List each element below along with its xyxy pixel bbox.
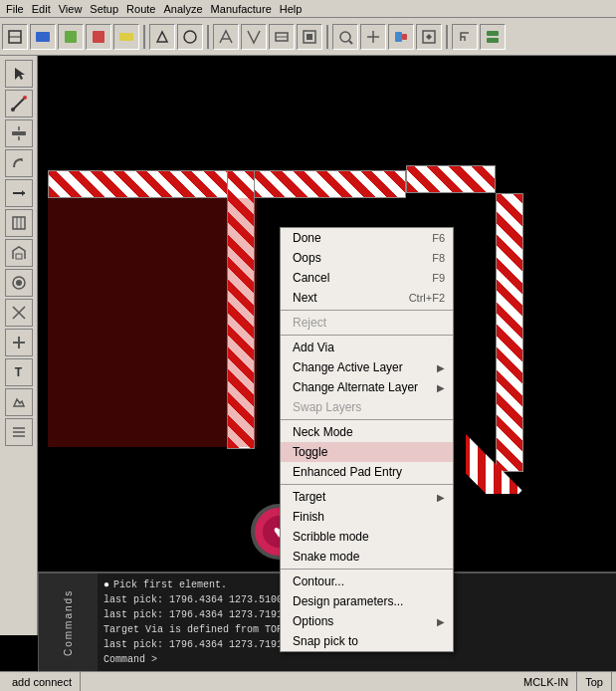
sidebar-btn-12[interactable] (5, 418, 33, 446)
svg-rect-15 (402, 34, 407, 40)
trace-corner-br (466, 434, 525, 494)
trace-right-vertical (496, 193, 523, 472)
menu-item-change-alternate[interactable]: Change Alternate Layer ▶ (281, 377, 453, 397)
menu-item-oops-shortcut: F8 (432, 252, 445, 264)
menu-view[interactable]: View (55, 3, 87, 15)
sidebar-btn-6[interactable] (5, 209, 33, 237)
sidebar-btn-text[interactable]: T (5, 358, 33, 386)
svg-point-20 (11, 108, 15, 112)
menu-item-done-label: Done (293, 231, 321, 245)
menu-item-snake[interactable]: Snake mode (281, 547, 453, 567)
svg-rect-2 (36, 32, 50, 42)
svg-rect-17 (487, 31, 499, 36)
menu-item-cancel-label: Cancel (293, 271, 329, 285)
sidebar-btn-9[interactable] (5, 299, 33, 327)
menu-item-add-via[interactable]: Add Via (281, 338, 453, 357)
menu-route[interactable]: Route (122, 3, 159, 15)
toolbar-btn-3[interactable] (58, 24, 84, 50)
menu-manufacture[interactable]: Manufacture (207, 3, 276, 15)
menu-edit[interactable]: Edit (28, 3, 55, 15)
menu-setup[interactable]: Setup (86, 3, 122, 15)
sidebar-btn-4[interactable] (5, 149, 33, 177)
sidebar-btn-7[interactable] (5, 239, 33, 267)
menu-bar[interactable]: File Edit View Setup Route Analyze Manuf… (0, 0, 616, 18)
menu-item-target[interactable]: Target ▶ (281, 487, 453, 507)
sidebar-btn-select[interactable] (5, 60, 33, 88)
svg-line-13 (349, 41, 352, 44)
toolbar-separator-4 (446, 25, 448, 49)
menu-item-change-active[interactable]: Change Active Layer ▶ (281, 357, 453, 377)
menu-item-enhanced-pad-label: Enhanced Pad Entry (293, 465, 402, 479)
menu-separator-1 (281, 310, 453, 311)
menu-item-contour-label: Contour... (293, 575, 344, 588)
toolbar-btn-11[interactable] (297, 24, 322, 50)
toolbar-btn-5[interactable] (113, 24, 139, 50)
toolbar-btn-14[interactable] (388, 24, 414, 50)
svg-rect-3 (65, 31, 77, 43)
menu-item-done[interactable]: Done F6 (281, 228, 453, 248)
toolbar-btn-9[interactable] (241, 24, 267, 50)
menu-item-toggle[interactable]: Toggle (281, 442, 453, 462)
menu-item-snake-label: Snake mode (293, 550, 359, 564)
toolbar-btn-8[interactable] (213, 24, 239, 50)
toolbar-separator-1 (143, 25, 145, 49)
menu-item-finish[interactable]: Finish (281, 507, 453, 527)
menu-item-snap-pick-label: Snap pick to (293, 634, 358, 648)
menu-item-reject-label: Reject (293, 316, 326, 330)
sidebar-btn-route[interactable] (5, 90, 33, 117)
pcb-fill-left (48, 198, 257, 447)
sidebar-btn-11[interactable] (5, 388, 33, 416)
svg-rect-18 (487, 38, 499, 43)
toolbar-btn-1[interactable] (2, 24, 28, 50)
menu-item-scribble[interactable]: Scribble mode (281, 527, 453, 547)
sidebar-btn-5[interactable] (5, 179, 33, 207)
menu-item-snap-pick[interactable]: Snap pick to (281, 631, 453, 651)
menu-item-next[interactable]: Next Ctrl+F2 (281, 288, 453, 308)
menu-item-swap-layers: Swap Layers (281, 397, 453, 417)
menu-item-add-via-label: Add Via (293, 341, 334, 354)
toolbar-btn-2[interactable] (30, 24, 56, 50)
context-menu: Done F6 Oops F8 Cancel F9 Next Ctrl+F2 R… (280, 227, 454, 652)
toolbar-btn-10[interactable] (269, 24, 295, 50)
svg-rect-5 (119, 33, 133, 41)
toolbar-btn-12[interactable] (332, 24, 358, 50)
menu-item-change-active-label: Change Active Layer (293, 360, 403, 374)
menu-item-enhanced-pad[interactable]: Enhanced Pad Entry (281, 462, 453, 482)
toolbar-btn-16[interactable] (452, 24, 478, 50)
toolbar-btn-7[interactable] (177, 24, 203, 50)
menu-help[interactable]: Help (276, 3, 307, 15)
menu-item-options[interactable]: Options ▶ (281, 611, 453, 631)
trace-diagonal-tr (406, 165, 496, 193)
toolbar-btn-15[interactable] (416, 24, 442, 50)
toolbar (0, 18, 616, 56)
svg-rect-4 (93, 31, 104, 43)
toolbar-btn-4[interactable] (86, 24, 111, 50)
svg-rect-11 (307, 34, 312, 40)
menu-item-oops[interactable]: Oops F8 (281, 248, 453, 268)
toolbar-btn-13[interactable] (360, 24, 386, 50)
status-command: add connect (4, 672, 81, 691)
menu-item-finish-label: Finish (293, 510, 324, 524)
menu-arrow-change-active: ▶ (437, 362, 445, 373)
menu-item-done-shortcut: F6 (432, 232, 445, 244)
left-sidebar: T (0, 56, 38, 635)
console-line-6: Command > (103, 652, 610, 667)
menu-item-swap-layers-label: Swap Layers (293, 400, 361, 414)
menu-item-toggle-label: Toggle (293, 445, 327, 459)
toolbar-btn-6[interactable] (149, 24, 175, 50)
sidebar-btn-3[interactable] (5, 119, 33, 147)
menu-file[interactable]: File (2, 3, 28, 15)
menu-item-neck-mode[interactable]: Neck Mode (281, 422, 453, 442)
svg-rect-22 (12, 131, 26, 135)
menu-item-options-label: Options (293, 614, 333, 628)
svg-rect-14 (395, 32, 402, 42)
menu-item-oops-label: Oops (293, 251, 321, 265)
toolbar-btn-17[interactable] (480, 24, 506, 50)
console-label: Commands (38, 574, 98, 671)
menu-analyze[interactable]: Analyze (159, 3, 206, 15)
menu-item-design-params[interactable]: Design parameters... (281, 591, 453, 611)
menu-item-contour[interactable]: Contour... (281, 572, 453, 591)
menu-item-cancel[interactable]: Cancel F9 (281, 268, 453, 288)
sidebar-btn-10[interactable] (5, 329, 33, 356)
sidebar-btn-8[interactable] (5, 269, 33, 297)
